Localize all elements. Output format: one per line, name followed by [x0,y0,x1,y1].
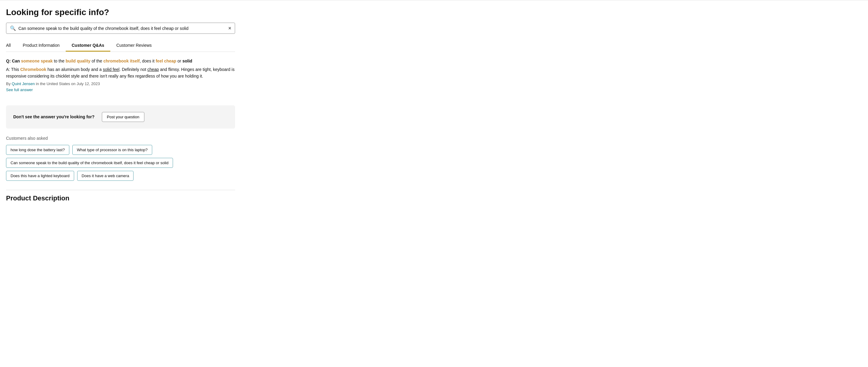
question-text-4: , does it [140,59,156,63]
highlight-solid: solid [182,59,192,63]
qa-result: Q: Can someone speak to the build qualit… [6,58,235,99]
tab-customer-reviews[interactable]: Customer Reviews [110,40,158,52]
highlight-someone-speak: someone speak [21,59,53,63]
product-description-label: Product Description [6,194,271,202]
answer-part1: has an aluminum body and a [46,67,103,72]
clear-icon[interactable]: × [228,26,231,31]
chip-lighted-keyboard[interactable]: Does this have a lighted keyboard [6,171,74,181]
answer-part2: . Definitely not [119,67,147,72]
chips-row-3: Does this have a lighted keyboard Does i… [6,171,235,181]
chip-build-quality[interactable]: Can someone speak to the build quality o… [6,158,173,168]
tab-all[interactable]: All [6,40,17,52]
question-text-3: of the [90,59,103,63]
search-input[interactable] [19,26,226,31]
chip-web-camera[interactable]: Does it have a web camera [77,171,134,181]
answer-prefix: A: This [6,67,20,72]
answer-text: A: This Chromebook has an aluminum body … [6,66,235,80]
author-by: By [6,82,12,86]
q-label: Q: Can [6,59,21,63]
chip-battery[interactable]: how long dose the battery last? [6,145,69,155]
tab-customer-qas[interactable]: Customer Q&As [66,40,110,52]
highlight-feel-cheap: feel cheap [156,59,176,63]
author-link[interactable]: Quint Jensen [12,82,35,86]
author-line: By Quint Jensen in the United States on … [6,82,235,86]
highlight-cheap: cheap [147,67,159,72]
highlight-chromebook-answer: Chromebook [20,67,46,72]
question-text-2: to the [53,59,66,63]
tab-product-information[interactable]: Product Information [17,40,66,52]
page-title: Looking for specific info? [6,7,271,17]
chip-processor[interactable]: What type of processor is on this laptop… [72,145,152,155]
chips-row-1: how long dose the battery last? What typ… [6,145,235,155]
search-icon: 🔍 [10,25,16,31]
highlight-solid-feel: solid feel [103,67,119,72]
customers-also-asked-label: Customers also asked [6,136,271,141]
chips-row-2: Can someone speak to the build quality o… [6,158,235,168]
highlight-chromebook-itself: chromebook itself [103,59,140,63]
post-question-button[interactable]: Post your question [102,112,145,122]
question-text-5: or [176,59,182,63]
no-answer-text: Don't see the answer you're looking for? [13,114,95,119]
see-full-answer-link[interactable]: See full answer [6,87,33,92]
tabs-nav: All Product Information Customer Q&As Cu… [6,40,235,52]
author-location: in the United States on July 12, 2023 [35,82,100,86]
question-text: Q: Can someone speak to the build qualit… [6,58,235,64]
highlight-build-quality: build quality [66,59,90,63]
search-bar: 🔍 × [6,23,235,34]
no-answer-box: Don't see the answer you're looking for?… [6,105,235,129]
bottom-divider [6,190,235,190]
